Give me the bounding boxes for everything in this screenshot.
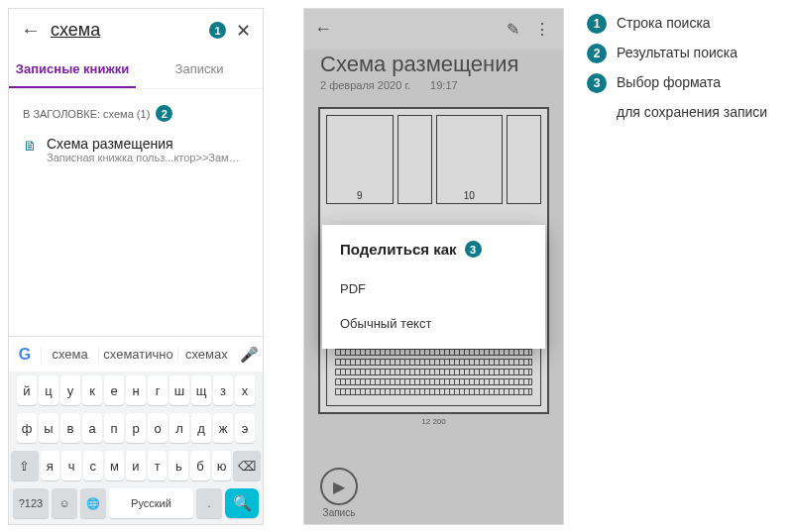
share-dialog: Поделиться как 3 PDF Обычный текст xyxy=(322,225,545,349)
callout-badge-1: 1 xyxy=(209,22,226,39)
legend-badge: 3 xyxy=(587,73,607,93)
suggestion-3[interactable]: схемах xyxy=(177,347,235,362)
period-key[interactable]: . xyxy=(196,488,222,518)
callout-badge-3: 3 xyxy=(465,241,482,258)
key-р[interactable]: р xyxy=(126,413,146,443)
suggestion-1[interactable]: схема xyxy=(41,347,98,362)
key-и[interactable]: и xyxy=(126,451,146,480)
tab-notebooks[interactable]: Записные книжки xyxy=(9,52,136,88)
key-row-2: фывапролджэ xyxy=(9,409,263,447)
google-icon[interactable]: G xyxy=(9,346,41,364)
key-ч[interactable]: ч xyxy=(61,451,81,480)
clear-search-icon[interactable]: ✕ xyxy=(236,20,251,42)
search-key[interactable]: 🔍 xyxy=(225,488,259,518)
legend-badge: 1 xyxy=(587,14,607,34)
section-label-text: В ЗАГОЛОВКЕ: схема (1) xyxy=(23,108,150,120)
shift-key[interactable]: ⇧ xyxy=(11,451,39,480)
dialog-title: Поделиться как xyxy=(340,241,457,258)
key-ж[interactable]: ж xyxy=(213,413,233,443)
key-м[interactable]: м xyxy=(105,451,125,480)
key-з[interactable]: з xyxy=(213,375,233,405)
key-о[interactable]: о xyxy=(148,413,168,443)
key-й[interactable]: й xyxy=(17,375,37,405)
search-result-item[interactable]: 🗎 Схема размещения Записная книжка польз… xyxy=(9,130,263,169)
key-т[interactable]: т xyxy=(148,451,168,480)
key-е[interactable]: е xyxy=(104,375,124,405)
search-header: ← схема 1 ✕ xyxy=(9,9,263,52)
legend: 1 Строка поиска 2 Результаты поиска 3 Вы… xyxy=(587,14,767,132)
microphone-icon[interactable]: 🎤 xyxy=(235,346,263,364)
phone-search-screen: ← схема 1 ✕ Записные книжки Записки В ЗА… xyxy=(8,8,264,525)
key-б[interactable]: б xyxy=(190,451,210,480)
key-я[interactable]: я xyxy=(41,451,60,480)
tab-notes[interactable]: Записки xyxy=(136,52,263,88)
result-subtitle: Записная книжка польз...ктор>>Заметки на… xyxy=(47,152,245,163)
key-л[interactable]: л xyxy=(170,413,189,443)
emoji-key[interactable]: ☺ xyxy=(52,488,77,518)
key-н[interactable]: н xyxy=(126,375,146,405)
key-а[interactable]: а xyxy=(82,413,102,443)
key-row-bottom: ?123 ☺ 🌐 Русский . 🔍 xyxy=(9,484,263,524)
spacebar-key[interactable]: Русский xyxy=(109,488,193,518)
callout-badge-2: 2 xyxy=(156,105,172,122)
language-key[interactable]: 🌐 xyxy=(80,488,106,518)
key-х[interactable]: х xyxy=(235,375,255,405)
key-в[interactable]: в xyxy=(60,413,80,443)
key-ф[interactable]: ф xyxy=(17,413,37,443)
key-ц[interactable]: ц xyxy=(39,375,58,405)
legend-badge: 2 xyxy=(587,44,607,63)
results-section-label: В ЗАГОЛОВКЕ: схема (1) 2 xyxy=(9,89,263,130)
suggestion-bar: G схема схематично схемах 🎤 xyxy=(9,336,263,372)
phone-note-screen: ← ✎ ⋮ Схема размещения 2 февраля 2020 г.… xyxy=(303,8,564,525)
legend-text: для сохранения записи xyxy=(617,103,767,122)
legend-item: 2 Результаты поиска xyxy=(587,44,767,63)
legend-item-extra: для сохранения записи xyxy=(587,103,767,122)
key-д[interactable]: д xyxy=(191,413,211,443)
symbols-key[interactable]: ?123 xyxy=(13,488,49,518)
search-input[interactable]: схема xyxy=(51,20,199,41)
key-э[interactable]: э xyxy=(235,413,255,443)
result-title: Схема размещения xyxy=(47,136,245,152)
legend-item: 1 Строка поиска xyxy=(587,14,767,34)
legend-text: Результаты поиска xyxy=(617,44,737,62)
key-row-3: ⇧ ячсмитьбю ⌫ xyxy=(9,447,263,484)
legend-item: 3 Выбор формата xyxy=(587,73,767,93)
key-п[interactable]: п xyxy=(104,413,124,443)
key-к[interactable]: к xyxy=(82,375,102,405)
key-ы[interactable]: ы xyxy=(39,413,58,443)
key-г[interactable]: г xyxy=(148,375,168,405)
legend-text: Строка поиска xyxy=(617,14,711,33)
legend-text: Выбор формата xyxy=(617,73,721,92)
share-option-text[interactable]: Обычный текст xyxy=(340,306,527,341)
share-option-pdf[interactable]: PDF xyxy=(340,271,527,306)
key-ь[interactable]: ь xyxy=(169,451,188,480)
back-icon[interactable]: ← xyxy=(21,19,41,42)
on-screen-keyboard: G схема схематично схемах 🎤 йцукенгшщзх … xyxy=(9,336,263,524)
document-icon: 🗎 xyxy=(23,138,37,154)
key-у[interactable]: у xyxy=(60,375,80,405)
suggestion-2[interactable]: схематично xyxy=(98,347,176,362)
backspace-key[interactable]: ⌫ xyxy=(233,451,261,480)
search-tabs: Записные книжки Записки xyxy=(9,52,263,89)
key-row-1: йцукенгшщзх xyxy=(9,372,263,409)
key-ю[interactable]: ю xyxy=(212,451,232,480)
key-щ[interactable]: щ xyxy=(191,375,211,405)
key-с[interactable]: с xyxy=(83,451,103,480)
key-ш[interactable]: ш xyxy=(170,375,189,405)
